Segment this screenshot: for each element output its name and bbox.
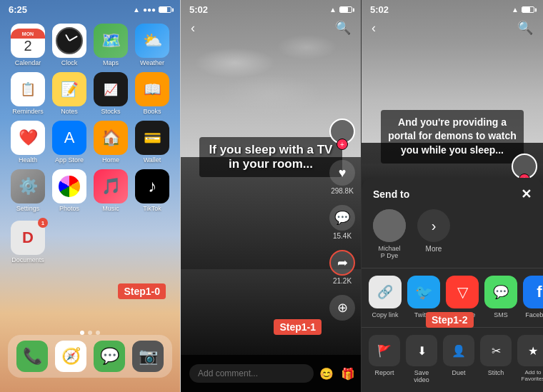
app-documents-label: Documents bbox=[11, 256, 44, 263]
back-icon-3[interactable]: ‹ bbox=[372, 21, 376, 36]
comment-button[interactable]: 💬 15.4K bbox=[329, 205, 355, 240]
share-app-facebook[interactable]: f Facebook bbox=[523, 276, 543, 318]
share-app-copylink[interactable]: 🔗 Copy link bbox=[369, 276, 402, 318]
clock-face bbox=[56, 27, 83, 54]
twitter-icon: 🐦 bbox=[407, 276, 440, 308]
action-save[interactable]: ⬇ Save video bbox=[406, 335, 437, 383]
status-bar-1: 6:25 ▲ ●●● bbox=[0, 0, 180, 16]
app-calendar[interactable]: MON 2 Calendar bbox=[10, 24, 46, 66]
search-icon-3[interactable]: 🔍 bbox=[517, 20, 533, 36]
share-more-contact[interactable]: › More bbox=[416, 209, 452, 259]
share-actions-row: 🚩 Report ⬇ Save video 👤 Duet ✂ Stitch ★ … bbox=[362, 335, 543, 383]
app-weather[interactable]: ⛅ Weather bbox=[134, 24, 170, 66]
favorites-icon: ★ bbox=[517, 335, 543, 366]
signal-icon: ●●● bbox=[143, 6, 156, 14]
bottom-action-icons: 😊 🎁 ↗ bbox=[319, 367, 362, 381]
app-wallet-label: Wallet bbox=[144, 156, 161, 164]
app-reminders[interactable]: 📋 Reminders bbox=[10, 72, 46, 115]
app-settings[interactable]: ⚙️ Settings bbox=[10, 169, 46, 212]
app-home-label: Home bbox=[102, 156, 119, 164]
dock-camera[interactable]: 📷 bbox=[132, 341, 164, 372]
action-favorites[interactable]: ★ Add toFavorites bbox=[517, 335, 543, 383]
app-photos[interactable]: Photos bbox=[51, 169, 87, 212]
dock-safari[interactable]: 🧭 bbox=[55, 341, 86, 372]
copy-link-icon: 🔗 bbox=[369, 276, 402, 308]
app-maps-label: Maps bbox=[103, 59, 119, 66]
tiktok-nav: ‹ 🔍 bbox=[181, 16, 361, 40]
dock-phone[interactable]: 📞 bbox=[16, 341, 48, 372]
share-close-button[interactable]: ✕ bbox=[521, 186, 532, 202]
action-report[interactable]: 🚩 Report bbox=[369, 335, 400, 383]
app-grid: MON 2 Calendar Clock 🗺️ Maps ⛅ Weather 📋 bbox=[0, 18, 180, 218]
sms-label: SMS bbox=[494, 311, 508, 318]
app-health-label: Health bbox=[19, 156, 37, 164]
dock: 📞 🧭 💬 📷 bbox=[8, 335, 172, 378]
save-video-icon: ⬇ bbox=[406, 335, 437, 366]
app-stocks[interactable]: 📈 Stocks bbox=[93, 72, 129, 115]
share-app-sms[interactable]: 💬 SMS bbox=[484, 276, 517, 318]
message-icon: ▽ bbox=[446, 276, 479, 308]
app-wallet[interactable]: 💳 Wallet bbox=[134, 121, 170, 164]
app-documents[interactable]: D 1 Documents bbox=[11, 221, 45, 263]
app-maps[interactable]: 🗺️ Maps bbox=[93, 24, 129, 66]
action-duet[interactable]: 👤 Duet bbox=[443, 335, 474, 383]
step-label-0: Step1-0 bbox=[118, 283, 166, 299]
app-music[interactable]: 🎵 Music bbox=[93, 169, 129, 212]
stitch-label: Stitch bbox=[488, 369, 504, 376]
wifi-icon-3: ▲ bbox=[512, 6, 519, 14]
share-count: 21.2K bbox=[333, 277, 352, 285]
share-sheet: Send to ✕ MichaelP Dye › More bbox=[362, 178, 543, 392]
panel-home-screen: 6:25 ▲ ●●● MON 2 Calendar Clo bbox=[0, 0, 181, 392]
app-clock[interactable]: Clock bbox=[51, 24, 87, 66]
bottom-bar: 😊 🎁 ↗ bbox=[181, 355, 361, 392]
more-contacts-label: More bbox=[426, 245, 442, 253]
app-books[interactable]: 📖 Books bbox=[134, 72, 170, 115]
more-contacts-icon: › bbox=[417, 209, 450, 242]
panel-tiktok-video: 5:02 ▲ ‹ 🔍 If you sleep with a TV in you… bbox=[181, 0, 362, 392]
share-contact-michael[interactable]: MichaelP Dye bbox=[372, 209, 407, 259]
duet-icon: 👤 bbox=[443, 335, 474, 366]
battery-icon-3 bbox=[522, 6, 534, 13]
bookmark-button[interactable]: ⊕ bbox=[329, 295, 355, 321]
app-books-label: Books bbox=[143, 108, 161, 115]
action-stitch[interactable]: ✂ Stitch bbox=[480, 335, 512, 383]
like-count: 298.8K bbox=[331, 187, 354, 195]
status-icons-1: ▲ ●●● bbox=[133, 6, 171, 14]
app-music-label: Music bbox=[102, 205, 119, 212]
app-notes[interactable]: 📝 Notes bbox=[51, 72, 87, 115]
app-reminders-label: Reminders bbox=[12, 108, 44, 115]
app-settings-label: Settings bbox=[16, 205, 40, 212]
creator-avatar-container: + bbox=[329, 119, 355, 150]
tiktok-nav-3: ‹ 🔍 bbox=[362, 16, 543, 40]
heart-icon: ♥ bbox=[329, 160, 355, 186]
wifi-icon-2: ▲ bbox=[329, 6, 337, 14]
status-bar-2: 5:02 ▲ bbox=[181, 0, 361, 16]
battery-icon-1 bbox=[159, 6, 171, 13]
emoji-icon[interactable]: 😊 bbox=[319, 367, 334, 381]
back-icon[interactable]: ‹ bbox=[191, 21, 195, 36]
status-icons-2: ▲ bbox=[329, 6, 352, 14]
app-clock-label: Clock bbox=[61, 59, 78, 66]
calendar-month: MON bbox=[11, 29, 45, 39]
share-icon: ➦ bbox=[329, 250, 355, 276]
facebook-icon: f bbox=[523, 276, 543, 308]
favorites-label: Add toFavorites bbox=[522, 369, 543, 382]
comment-input[interactable] bbox=[189, 364, 314, 383]
app-tiktok[interactable]: ♪ TikTok bbox=[134, 169, 170, 212]
app-appstore[interactable]: A App Store bbox=[51, 121, 87, 164]
app-weather-label: Weather bbox=[140, 59, 164, 66]
comment-count: 15.4K bbox=[333, 232, 352, 240]
stitch-icon: ✂ bbox=[480, 335, 512, 366]
follow-badge[interactable]: + bbox=[337, 139, 348, 150]
like-button[interactable]: ♥ 298.8K bbox=[329, 160, 355, 195]
app-notes-label: Notes bbox=[61, 108, 78, 115]
app-home[interactable]: 🏠 Home bbox=[93, 121, 129, 164]
search-icon[interactable]: 🔍 bbox=[335, 20, 351, 36]
calendar-day: 2 bbox=[24, 39, 31, 53]
app-health[interactable]: ❤️ Health bbox=[10, 121, 46, 164]
share-button[interactable]: ➦ 21.2K bbox=[329, 250, 355, 285]
status-time-2: 5:02 bbox=[189, 4, 208, 15]
divider-1 bbox=[362, 268, 543, 268]
gift-icon[interactable]: 🎁 bbox=[341, 367, 355, 381]
dock-messages[interactable]: 💬 bbox=[94, 341, 125, 372]
